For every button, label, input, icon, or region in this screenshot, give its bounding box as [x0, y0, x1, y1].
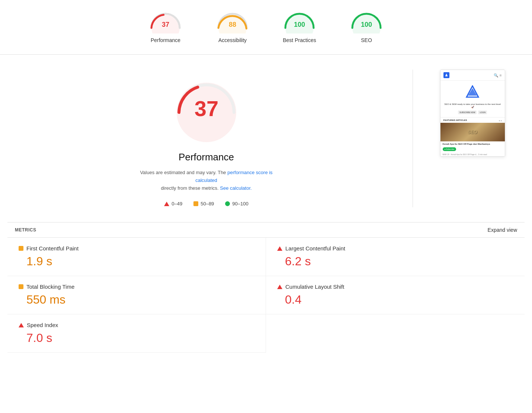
metric-fcp: First Contentful Paint 1.9 s [7, 238, 266, 276]
metrics-header: METRICS Expand view [7, 222, 525, 238]
metric-cls-value: 0.4 [285, 293, 513, 307]
legend-average: 50–89 [193, 201, 214, 206]
legend: 0–49 50–89 90–100 [164, 201, 248, 206]
screenshot-date: MAR 20 · Kenali Apa Itu SEO Off Page d..… [440, 153, 505, 156]
performance-title: Performance [179, 151, 234, 163]
seo-text: SEO [468, 129, 477, 135]
divider-vertical [413, 70, 413, 207]
screenshot-hero [440, 81, 505, 101]
metric-lcp-header: Largest Contentful Paint [277, 245, 513, 252]
metric-si-icon [19, 323, 24, 327]
big-gauge-container: 37 [169, 70, 244, 144]
svg-marker-5 [445, 74, 448, 76]
screenshot-buttons: SUBSCRIBE NOW LOGIN [443, 111, 502, 114]
metric-cls-icon [277, 285, 282, 289]
metrics-title: METRICS [15, 227, 36, 233]
score-seo: 100 SEO [348, 7, 385, 43]
score-label-best-practices: Best Practices [283, 37, 316, 43]
screenshot-subscribe-area: ● Subscribe [440, 147, 505, 153]
metric-tbt-name: Total Blocking Time [26, 284, 74, 290]
metric-tbt-value: 550 ms [26, 293, 254, 307]
screenshot-header: 🔍 ≡ [440, 70, 505, 81]
metric-cls: Cumulative Layout Shift 0.4 [266, 276, 525, 314]
metric-tbt-icon [19, 284, 23, 289]
score-accessibility: 88 Accessibility [214, 7, 251, 43]
score-value-accessibility: 88 [229, 21, 236, 28]
metrics-grid: First Contentful Paint 1.9 s Largest Con… [7, 238, 525, 353]
score-performance: 37 Performance [147, 7, 184, 43]
main-content: 37 Performance Values are estimated and … [0, 55, 532, 222]
gauge-accessibility: 88 [214, 7, 251, 33]
legend-good-icon [225, 201, 230, 206]
score-value-best-practices: 100 [294, 21, 305, 28]
legend-good-label: 90–100 [232, 201, 248, 206]
metric-lcp-name: Largest Contentful Paint [285, 245, 345, 252]
metric-fcp-icon [19, 246, 23, 251]
metric-si-value: 7.0 s [26, 331, 254, 345]
legend-average-icon [193, 201, 198, 206]
screenshot-subscribe-btn: SUBSCRIBE NOW [458, 111, 477, 114]
metric-si-header: Speed Index [19, 322, 254, 328]
performance-description: Values are estimated and may vary. The p… [132, 169, 281, 192]
metric-fcp-value: 1.9 s [26, 254, 254, 268]
score-value-seo: 100 [361, 21, 372, 28]
legend-good: 90–100 [225, 201, 248, 206]
metric-lcp-value: 6.2 s [285, 254, 513, 268]
calculator-link[interactable]: See calculator. [220, 185, 251, 191]
left-panel: 37 Performance Values are estimated and … [22, 70, 390, 207]
screenshot-subscribe-overlay: ● Subscribe [443, 147, 456, 151]
metric-lcp-icon [277, 246, 282, 251]
metrics-section: METRICS Expand view First Contentful Pai… [0, 222, 532, 353]
screenshot-nav-icons: 🔍 ≡ [494, 73, 502, 77]
score-label-accessibility: Accessibility [218, 37, 247, 43]
screenshot-article-image: SEO [440, 123, 505, 141]
screenshot-logo [443, 72, 449, 78]
screenshot-article-title: Kenali Apa Itu SEO Off Page dan Manfaatn… [440, 141, 505, 147]
gauge-performance: 37 [147, 7, 184, 33]
metric-cls-header: Cumulative Layout Shift [277, 284, 513, 290]
big-gauge-svg: 37 [169, 70, 244, 144]
metric-lcp: Largest Contentful Paint 6.2 s [266, 238, 525, 276]
screenshot-mock: 🔍 ≡ SEO & SEM ready to take your busines… [440, 70, 505, 157]
right-panel: 🔍 ≡ SEO & SEM ready to take your busines… [435, 70, 510, 207]
metric-tbt: Total Blocking Time 550 ms [7, 276, 266, 314]
score-label-seo: SEO [361, 37, 372, 43]
big-score-value: 37 [194, 96, 218, 121]
screenshot-text-area: SEO & SEM ready to take your business to… [440, 101, 505, 117]
metric-fcp-header: First Contentful Paint [19, 245, 254, 252]
screenshot-featured-label: FEATURED ARTICLES ‹ › [440, 117, 505, 123]
metric-cls-name: Cumulative Layout Shift [285, 284, 344, 290]
score-value-performance: 37 [162, 21, 169, 28]
screenshot-tagline: SEO & SEM ready to take your business to… [443, 103, 502, 109]
screenshot-login-btn: LOGIN [478, 111, 487, 114]
metric-tbt-header: Total Blocking Time [19, 284, 254, 290]
metric-si-name: Speed Index [27, 322, 58, 328]
metric-fcp-name: First Contentful Paint [26, 245, 78, 252]
score-best-practices: 100 Best Practices [281, 7, 318, 43]
legend-poor-icon [164, 202, 169, 206]
gauge-best-practices: 100 [281, 7, 318, 33]
brand-icon [465, 85, 480, 98]
score-label-performance: Performance [151, 37, 180, 43]
metric-si: Speed Index 7.0 s [7, 314, 266, 353]
scores-section: 37 Performance 88 Accessibility 100 Best… [0, 0, 532, 55]
legend-average-label: 50–89 [201, 201, 214, 206]
legend-poor: 0–49 [164, 201, 182, 206]
gauge-seo: 100 [348, 7, 385, 33]
expand-view-button[interactable]: Expand view [488, 227, 517, 233]
legend-poor-label: 0–49 [172, 201, 182, 206]
